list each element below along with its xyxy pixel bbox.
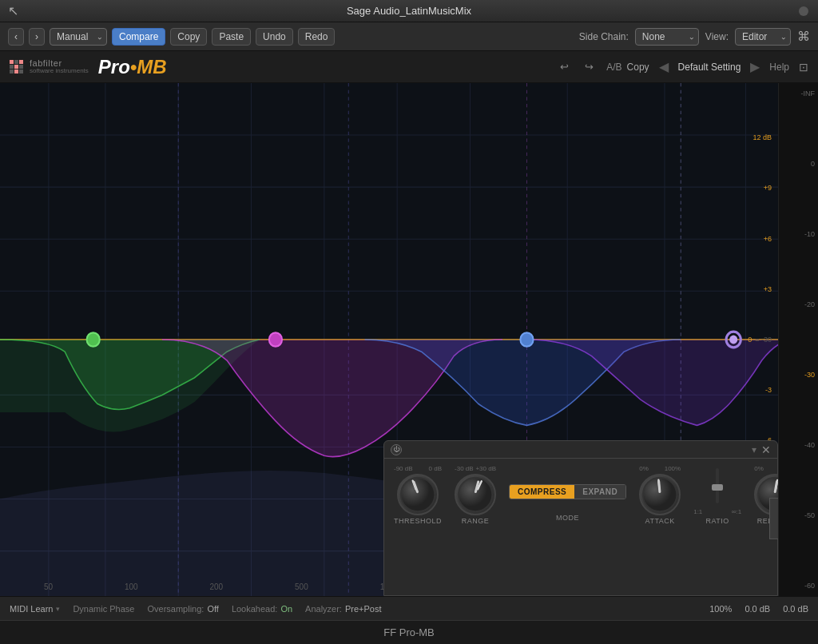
fullscreen-button[interactable]: ⊡ [799, 61, 808, 74]
attack-label: ATTACK [645, 517, 675, 525]
logo-dot [10, 65, 14, 69]
plugin-name-dot: • [130, 56, 137, 78]
ratio-section: 1:1 ∞:1 RATIO [693, 465, 741, 525]
title-bar: ↖ Sage Audio_LatinMusicMix [0, 0, 818, 22]
svg-point-25 [269, 332, 282, 346]
svg-point-31 [459, 478, 492, 511]
oversampling-item: Oversampling: Off [147, 604, 218, 614]
preset-select[interactable]: Manual [50, 28, 107, 46]
db-scale: -INF 0 -10 -20 -30 -40 -50 -60 [778, 83, 818, 596]
threshold-group: -90 dB 0 dB THRESHOLD [394, 465, 442, 525]
paste-button[interactable]: Paste [212, 28, 251, 46]
threshold-knob[interactable] [397, 474, 439, 515]
attack-knob[interactable] [639, 474, 681, 515]
logo-dot [19, 65, 23, 69]
midi-learn[interactable]: MIDI Learn ▾ [10, 604, 60, 614]
logo-dot [14, 65, 18, 69]
lookahead-status-item: Lookahead: On [232, 604, 292, 614]
range-max: +30 dB [475, 465, 496, 472]
mode-label: MODE [556, 514, 579, 522]
ratio-min: 1:1 [693, 508, 702, 515]
freq-200: 200 [210, 582, 224, 591]
db-3-label: +3 [748, 285, 772, 293]
expert-tab[interactable]: EXPERT [769, 498, 778, 539]
zoom-value: 100% [709, 604, 732, 614]
preset-select-wrapper: Manual [50, 28, 107, 46]
attack-min: 0% [639, 465, 649, 472]
logo-dot [10, 60, 14, 64]
db-30-right: -30 [782, 371, 815, 379]
link-icon[interactable]: ⌘ [797, 29, 810, 44]
attack-scale: 0% 100% [639, 465, 681, 472]
db-10-right: -10 [782, 230, 815, 238]
svg-point-24 [87, 332, 100, 346]
band-panel-collapse[interactable]: ▾ [752, 444, 756, 455]
main-area: 12 dB +9 +6 +3 0= -30 -3 -6 -9 -12 50 10… [0, 83, 818, 596]
ab-label: A/B [606, 62, 621, 73]
threshold-scale: -90 dB 0 dB [394, 465, 442, 472]
view-select-wrapper: Editor [735, 28, 791, 46]
svg-point-28 [729, 336, 737, 344]
range-knob[interactable] [455, 474, 496, 515]
logo-dot [19, 60, 23, 64]
undo-icon-button[interactable]: ↩ [557, 59, 572, 74]
attack-max: 100% [665, 465, 681, 472]
ratio-max: ∞:1 [732, 508, 741, 515]
copy-button[interactable]: Copy [170, 28, 207, 46]
window-title: Sage Audio_LatinMusicMix [347, 5, 471, 17]
db-9-label: +9 [748, 184, 772, 192]
oversampling-value[interactable]: Off [207, 604, 218, 614]
knobs-row: -90 dB 0 dB THRESHOLD -30 dB [384, 459, 777, 528]
undo-button[interactable]: Undo [256, 28, 293, 46]
nav-back-button[interactable]: ‹ [8, 28, 24, 46]
eq-canvas[interactable]: 12 dB +9 +6 +3 0= -30 -3 -6 -9 -12 50 10… [0, 83, 778, 596]
lookahead-status-value[interactable]: On [280, 604, 292, 614]
expand-button[interactable]: EXPAND [574, 485, 625, 499]
gain2-value: 0.0 dB [783, 604, 808, 614]
db-50-right: -50 [782, 511, 815, 519]
band-panel-close[interactable]: ✕ [761, 444, 771, 455]
freq-100: 100 [125, 582, 138, 591]
range-label: RANGE [462, 517, 490, 525]
db-inf: -INF [782, 89, 815, 97]
oversampling-label: Oversampling: [147, 604, 204, 614]
redo-button[interactable]: Redo [298, 28, 336, 46]
plugin-name-post: MB [137, 56, 166, 78]
db-6-label: +6 [748, 235, 772, 243]
nav-forward-button[interactable]: › [29, 28, 45, 46]
dynamic-phase-item: Dynamic Phase [73, 604, 134, 614]
minimize-button[interactable] [799, 6, 808, 16]
ratio-slider[interactable] [716, 468, 719, 503]
lookahead-status-label: Lookahead: [232, 604, 278, 614]
separator: ◀ [659, 59, 669, 74]
band-power-button[interactable]: ⏻ [391, 444, 402, 455]
status-bar: MIDI Learn ▾ Dynamic Phase Oversampling:… [0, 596, 818, 620]
midi-learn-label: MIDI Learn [10, 604, 53, 614]
sidechain-label: Side Chain: [579, 31, 629, 42]
view-label: View: [705, 31, 729, 42]
redo-icon-button[interactable]: ↪ [582, 59, 597, 74]
analyzer-value[interactable]: Pre+Post [345, 604, 382, 614]
ab-copy-label[interactable]: Copy [627, 62, 649, 73]
sidechain-select-wrapper: None [635, 28, 699, 46]
threshold-mid: 0 dB [429, 465, 442, 472]
gain2-item: 0.0 dB [783, 604, 808, 614]
preset-nav: Default Setting [678, 62, 741, 73]
analyzer-item: Analyzer: Pre+Post [305, 604, 381, 614]
ratio-scale: 1:1 ∞:1 [693, 508, 741, 515]
view-select[interactable]: Editor [735, 28, 791, 46]
plugin-footer: FF Pro-MB [0, 620, 818, 644]
attack-group: 0% 100% ATTACK [639, 465, 681, 525]
help-button[interactable]: Help [769, 62, 789, 73]
plugin-name-logo: Pro • MB [98, 56, 167, 78]
sidechain-select[interactable]: None [635, 28, 699, 46]
compare-button[interactable]: Compare [112, 28, 165, 46]
midi-arrow-icon: ▾ [56, 605, 60, 613]
ab-section: A/B Copy [606, 62, 649, 73]
separator2: ▶ [750, 59, 760, 74]
ratio-thumb[interactable] [712, 484, 723, 491]
compress-button[interactable]: COMPRESS [510, 485, 574, 499]
toolbar-right: Side Chain: None View: Editor ⌘ [579, 28, 810, 46]
plugin-header: fabfilter software instruments Pro • MB … [0, 51, 818, 83]
logo-dot [19, 70, 23, 74]
